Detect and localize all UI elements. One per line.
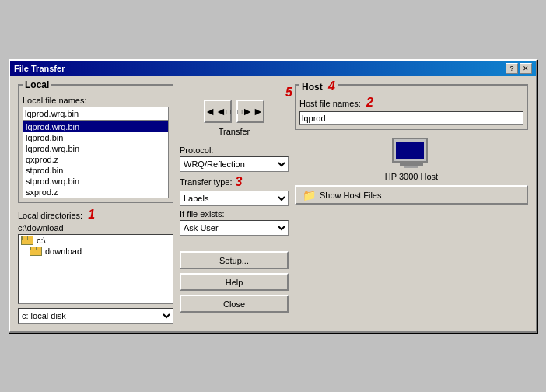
list-item[interactable]: qxprod.z	[23, 154, 168, 165]
local-panel: Local Local file names: lqprod.wrq.bin l…	[18, 84, 173, 324]
local-file-names-label: Local file names:	[23, 96, 169, 105]
list-item[interactable]: sxprod.z	[23, 187, 168, 198]
help-button[interactable]: ?	[506, 63, 518, 74]
host-icon-area: HP 3000 Host	[295, 138, 528, 181]
folder-icon	[30, 247, 42, 256]
help-button[interactable]: Help	[180, 273, 289, 291]
local-dir-list[interactable]: c:\ download	[18, 234, 173, 304]
local-dir-path: c:\download	[18, 223, 173, 233]
list-item[interactable]: lqprod.wrq.bin	[23, 143, 168, 154]
show-host-files-button[interactable]: 📁 Show Host Files	[295, 185, 528, 205]
monitor-screen	[396, 142, 424, 159]
transfer-left-button[interactable]: ◄◄□	[204, 100, 232, 123]
setup-button[interactable]: Setup...	[180, 251, 289, 269]
annotation-5: 5	[285, 86, 292, 100]
local-file-name-input[interactable]	[23, 107, 169, 121]
local-group-label: Local	[23, 79, 51, 90]
dir-label: download	[45, 247, 82, 256]
title-bar: File Transfer ? ✕	[10, 61, 536, 76]
host-group-label: Host 4	[299, 79, 338, 93]
list-item[interactable]: lqprod.bin	[23, 132, 168, 143]
close-dialog-button[interactable]: Close	[180, 295, 289, 313]
monitor-body	[392, 138, 428, 163]
list-item[interactable]: lqprod.wrq.bin	[23, 121, 168, 132]
window-title: File Transfer	[14, 64, 65, 73]
transfer-right-button[interactable]: □►►	[236, 100, 264, 123]
transfer-buttons: ◄◄□ □►► 5	[204, 100, 264, 123]
drive-select[interactable]: c: local disk	[18, 308, 173, 324]
local-directories-label: Local directories: 1	[18, 208, 173, 222]
close-button[interactable]: ✕	[520, 63, 532, 74]
host-group: Host 4 Host file names: 2	[295, 84, 528, 130]
transfer-type-label: Transfer type:	[180, 177, 232, 187]
title-bar-controls: ? ✕	[506, 63, 532, 74]
host-file-name-input[interactable]	[299, 111, 523, 125]
local-group: Local Local file names: lqprod.wrq.bin l…	[18, 84, 173, 203]
dir-label: c:\	[37, 236, 46, 245]
annotation-1: 1	[88, 208, 95, 221]
host-label: HP 3000 Host	[385, 172, 438, 181]
protocol-select[interactable]: WRQ/Reflection FTP SFTP	[180, 156, 289, 172]
middle-panel: ◄◄□ □►► 5 Transfer Protocol: WRQ/Reflect…	[180, 84, 289, 324]
folder-icon-small: 📁	[303, 189, 316, 201]
transfer-label: Transfer	[219, 127, 250, 136]
if-exists-select[interactable]: Ask User Overwrite Skip	[180, 220, 289, 236]
host-file-names-label: Host file names: 2	[299, 96, 523, 110]
protocol-label: Protocol:	[180, 145, 289, 155]
list-item[interactable]: stprod.wrq.bin	[23, 176, 168, 187]
annotation-4: 4	[328, 79, 335, 93]
annotation-2: 2	[366, 96, 373, 109]
transfer-type-select[interactable]: Labels Binary ASCII	[180, 191, 289, 206]
folder-icon	[21, 236, 33, 245]
dir-item[interactable]: c:\	[19, 235, 173, 246]
annotation-3: 3	[235, 175, 242, 189]
monitor-stand	[404, 166, 418, 168]
monitor-icon	[392, 138, 431, 169]
window-content: Local Local file names: lqprod.wrq.bin l…	[10, 76, 536, 331]
file-transfer-window: File Transfer ? ✕ Local Local file names…	[9, 59, 537, 333]
if-exists-label: If file exists:	[180, 209, 289, 219]
local-file-list[interactable]: lqprod.wrq.bin lqprod.bin lqprod.wrq.bin…	[23, 121, 169, 198]
list-item[interactable]: stprod.bin	[23, 165, 168, 176]
show-host-label: Show Host Files	[320, 191, 381, 200]
host-panel: Host 4 Host file names: 2	[295, 84, 528, 324]
dir-item[interactable]: download	[19, 246, 173, 257]
